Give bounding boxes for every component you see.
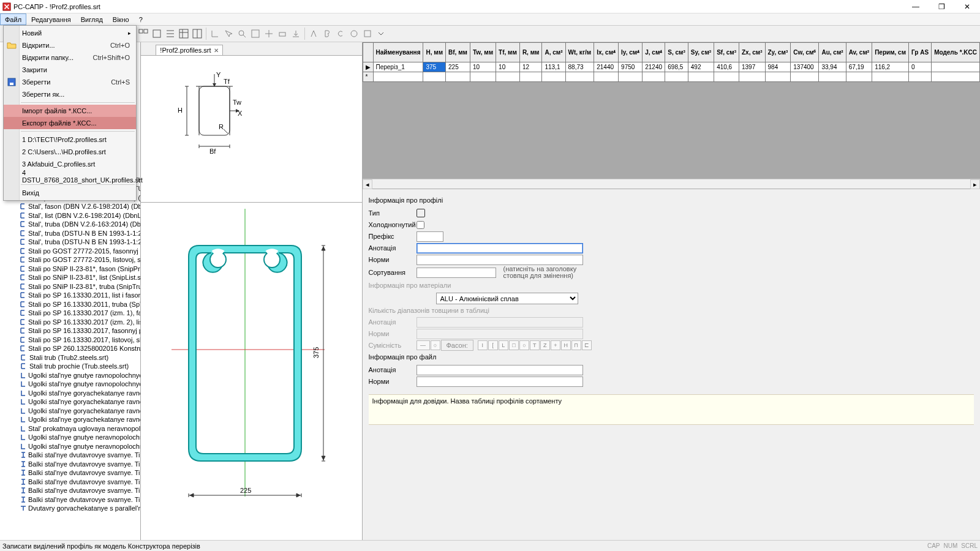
tree-item[interactable]: Ugolki stal'nye goryachekatanye ravnopol… [0,415,140,424]
tool-b-button[interactable] [321,28,333,40]
menu-item-save[interactable]: ЗберегтиCtrl+S [4,76,136,88]
minimize-button[interactable]: — [903,0,929,13]
tool-drop-button[interactable] [375,28,387,40]
menu-item-import-kcc[interactable]: Імпорт файлів *.КСС... [4,105,136,117]
menu-item-exit[interactable]: Вихід [4,187,136,199]
tool-e-button[interactable] [361,28,374,40]
tree-item[interactable]: Balki stal'nye dvutavrovye svarnye. Tip … [0,478,140,487]
menu-item-mru-1[interactable]: 1 D:\ТЕСТ\!Prof2.profiles.srt [4,133,136,146]
tree-item[interactable]: Stali po SP 16.13330.2011, truba (SpTrub… [0,300,140,309]
tree-item[interactable]: Stal' prokatnaya uglovaya neravnopolochn [0,424,140,433]
close-button[interactable]: ✕ [954,0,980,13]
compat-t-icon[interactable]: T [530,340,540,350]
menu-item-new[interactable]: Новий▸ [4,27,136,39]
tree-item[interactable]: Stali po SNiP II-23-81*, fason (SnipProf… [0,264,140,274]
compat-plus-icon[interactable]: + [551,340,560,350]
tree-item[interactable]: Stali po SP 16.13330.2011, list i fason … [0,291,140,300]
compat-u-icon[interactable]: ⊓ [571,340,581,350]
tree-item[interactable]: Stali po SP 16.13330.2017, fasonnyj prok… [0,326,140,335]
view-detail-button[interactable] [178,28,190,40]
view-list-button[interactable] [164,28,176,40]
tool-axis-button[interactable] [209,28,221,40]
menu-item-save-as[interactable]: Зберегти як... [4,88,136,100]
tree-item[interactable]: Stali trub prochie (Trub.steels.srt) [0,362,140,371]
tree-item[interactable]: Balki stal'nye dvutavrovye svarnye. Tip … [0,468,140,478]
tool-pan-button[interactable] [263,28,275,40]
menu-item-open-folder[interactable]: Відкрити папку...Ctrl+Shift+O [4,51,136,64]
tool-export-button[interactable] [290,28,302,40]
tree-item[interactable]: Ugolki stal'nye gnutye ravnopolochnye (T… [0,380,140,389]
compat-box-icon[interactable]: □ [509,340,519,350]
compat-z-icon[interactable]: Z [540,340,550,350]
tree-item[interactable]: Balki stal'nye dvutavrovye svarnye. Tip … [0,495,140,504]
menu-view[interactable]: Вигляд [76,13,108,25]
annotation-input[interactable] [417,243,583,253]
tree-item[interactable]: Stali po SP 16.13330.2017, listovoj, shi… [0,335,140,345]
sort-input[interactable] [417,268,496,278]
tree-item[interactable]: Balki stal'nye dvutavrovye svarnye. Tip … [0,451,140,460]
tree-item[interactable]: Stali po GOST 27772-2015, fasonnyj proka… [0,247,140,256]
norms-input[interactable] [417,255,583,265]
tree-item[interactable]: Stali po SP 260.13258002016 Konstrukcii … [0,344,140,353]
grid-h-scrollbar[interactable]: ◂ ▸ [363,179,981,189]
view-split-button[interactable] [191,28,203,40]
coldformed-checkbox[interactable] [417,221,424,229]
tree-item[interactable]: Ugolki stal'nye gnutye neravnopolochnye … [0,442,140,451]
scroll-left-icon[interactable]: ◂ [363,179,372,189]
tree-item[interactable]: Stali po SNiP II-23-81*, truba (SnipTrub… [0,282,140,291]
compat-i-icon[interactable]: I [478,340,488,350]
tree-item[interactable]: Stal', truba (DSTU-N B EN 1993-1-1:2010)… [0,238,140,247]
compat-h-icon[interactable]: H [561,340,571,350]
tool-print-button[interactable] [276,28,288,40]
tree-item[interactable]: Stali po SNiP II-23-81*, list (SnipList.… [0,273,140,282]
menu-window[interactable]: Вікно [108,13,134,25]
tree-item[interactable]: Ugolki stal'nye gnutye neravnopolochnye … [0,433,140,442]
view-large-icons-button[interactable] [151,28,163,40]
tree-item[interactable]: Ugolki stal'nye goryachekatanye ravnopol… [0,389,140,398]
menu-item-export-kcc[interactable]: Експорт файлів *.КСС... [4,117,136,129]
compat-bar-icon[interactable]: — [417,340,430,350]
tool-zoomfit-button[interactable] [249,28,262,40]
file-annot-input[interactable] [417,365,583,375]
material-select[interactable]: ALU - Алюмінієвий сплав [436,293,578,304]
tree-item[interactable]: Ugolki stal'nye gnutye ravnopolochnye (T… [0,371,140,380]
menu-item-mru-2[interactable]: 2 C:\Users\...\HD.profiles.srt [4,146,136,158]
compat-l-icon[interactable]: L [499,340,508,350]
prefix-input[interactable] [417,231,443,242]
scroll-right-icon[interactable]: ▸ [970,179,980,189]
menu-item-close[interactable]: Закрити [4,64,136,76]
maximize-button[interactable]: ❐ [929,0,954,13]
tree-item[interactable]: Stali po SP 16.13330.2017 (izm. 1), faso… [0,309,140,318]
tree-item[interactable]: Ugolki stal'nye goryachekatanye ravnopol… [0,407,140,416]
compat-c-icon[interactable]: [ [488,340,498,350]
file-norms-input[interactable] [417,377,583,387]
tool-d-button[interactable] [348,28,360,40]
tree-item[interactable]: Stal', truba (DBN V.2.6-163:2014) (DbnTr… [0,220,140,229]
tool-c-button[interactable] [334,28,347,40]
compat-misc-icon[interactable]: ⊏ [582,340,592,350]
menu-edit[interactable]: Редагування [26,13,76,25]
menu-file[interactable]: Файл [0,13,26,25]
tool-zoom-button[interactable] [236,28,248,40]
tree-item[interactable]: Stal', truba (DSTU-N B EN 1993-1-1:2010)… [0,229,140,238]
view-small-icons-button[interactable] [137,28,149,40]
document-tab[interactable]: !Prof2.profiles.srt ✕ [156,45,222,55]
menu-item-mru-4[interactable]: 4 DSTU_8768_2018_short_UK.profiles.srt [4,170,136,182]
grid-table[interactable]: НайменуванняH, ммBf, ммTw, ммTf, ммR, мм… [363,42,981,82]
tree-item[interactable]: Stal', fason (DBN V.2.6-198:2014) (DbnFa… [0,202,140,211]
compat-o-icon[interactable]: ○ [519,340,529,350]
tree-item[interactable]: Dvutavry gorvachekatanye s parallel'nymi… [0,504,140,513]
tree-item[interactable]: Stali po SP 16.13330.2017 (izm. 2), list… [0,318,140,327]
tree-item[interactable]: Stali po GOST 27772-2015, listovoj, shir… [0,255,140,264]
tree-item[interactable]: Ugolki stal'nye goryachekatanye ravnopol… [0,397,140,407]
tree-item[interactable]: Balki stal'nye dvutavrovye svarnye. Tip … [0,460,140,469]
tree-item[interactable]: Stali trub (Trub2.steels.srt) [0,353,140,362]
tool-select-button[interactable] [222,28,235,40]
fason-button[interactable]: Фасон: [441,340,473,351]
tab-close-icon[interactable]: ✕ [214,47,219,54]
tree-item[interactable]: Balki stal'nye dvutavrovye svarnye. Tip … [0,486,140,495]
tool-a-button[interactable] [307,28,320,40]
tree-item[interactable]: Stal', list (DBN V.2.6-198:2014) (DbnLis… [0,211,140,220]
menu-help[interactable]: ? [134,13,148,25]
menu-item-open[interactable]: Відкрити...Ctrl+O [4,39,136,51]
